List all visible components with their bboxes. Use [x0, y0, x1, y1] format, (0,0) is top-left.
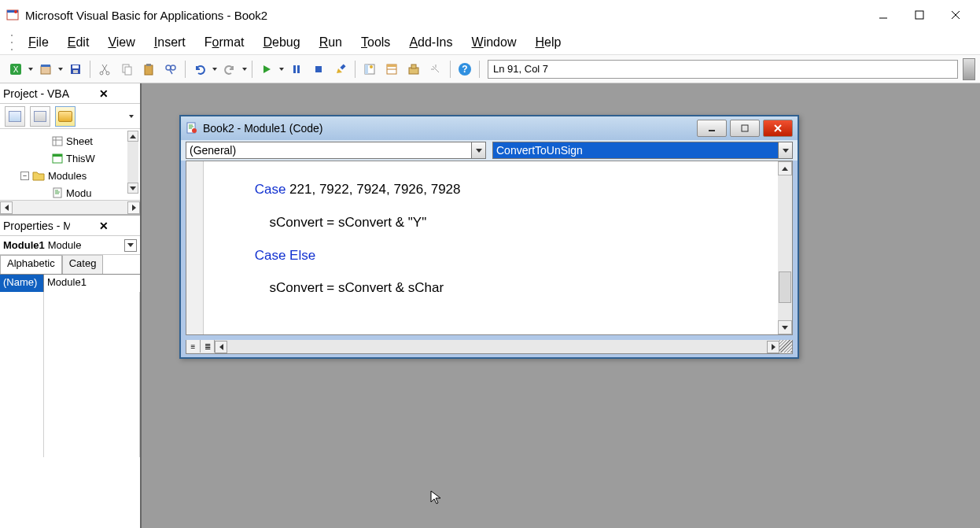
property-row-name[interactable]: (Name) Module1	[0, 275, 140, 292]
menu-run[interactable]: Run	[310, 32, 352, 53]
run-dropdown[interactable]	[278, 58, 286, 80]
design-mode-button[interactable]	[330, 58, 352, 80]
project-tree-vscrollbar[interactable]	[127, 131, 138, 194]
window-close-button[interactable]	[938, 3, 974, 27]
svg-rect-12	[72, 65, 79, 68]
find-button[interactable]	[160, 58, 182, 80]
code-window-close-button[interactable]	[763, 120, 793, 137]
code-hscrollbar[interactable]	[215, 340, 779, 353]
code-scroll-up-button[interactable]	[778, 161, 792, 175]
mdi-client-area: Book2 - Module1 (Code) (General) Convert…	[140, 83, 980, 528]
scroll-up-button[interactable]	[127, 131, 138, 142]
menu-edit[interactable]: Edit	[58, 32, 99, 53]
window-maximize-button[interactable]	[901, 3, 938, 27]
svg-rect-46	[742, 125, 748, 131]
project-panel-title: Project - VBAProject ✕	[0, 83, 140, 104]
properties-grid[interactable]: (Name) Module1	[0, 274, 140, 292]
code-vscroll-thumb[interactable]	[779, 271, 791, 303]
undo-button[interactable]	[189, 58, 211, 80]
menu-help[interactable]: Help	[525, 32, 570, 53]
scroll-down-button[interactable]	[127, 183, 138, 194]
procedure-view-button[interactable]: ≡	[186, 340, 201, 353]
undo-dropdown[interactable]	[211, 58, 219, 80]
toolbar-overflow[interactable]	[963, 58, 975, 80]
svg-rect-26	[340, 64, 345, 69]
menu-format[interactable]: Format	[195, 32, 254, 53]
cut-button[interactable]	[94, 58, 116, 80]
project-tree[interactable]: Sheet ThisW −Modules Modu	[0, 129, 140, 200]
svg-rect-19	[146, 64, 151, 66]
menu-addins[interactable]: Add-Ins	[400, 32, 462, 53]
menu-tools[interactable]: Tools	[352, 32, 400, 53]
insert-module-dropdown[interactable]	[57, 58, 64, 80]
project-tree-hscrollbar[interactable]	[0, 200, 140, 214]
cursor-position-display: Ln 91, Col 7	[488, 60, 958, 79]
tab-alphabetic[interactable]: Alphabetic	[0, 255, 62, 274]
menu-view[interactable]: View	[98, 32, 144, 53]
project-explorer-button[interactable]	[359, 58, 381, 80]
view-excel-dropdown[interactable]	[27, 58, 35, 80]
menu-file[interactable]: File	[19, 32, 58, 53]
scroll-left-button[interactable]	[0, 201, 13, 214]
procedure-combobox-dropdown[interactable]	[778, 142, 792, 158]
redo-dropdown[interactable]	[241, 58, 249, 80]
procedure-combobox-value: ConvertToUnSign	[496, 144, 583, 157]
menubar-grip[interactable]	[11, 35, 14, 50]
code-window[interactable]: Book2 - Module1 (Code) (General) Convert…	[179, 115, 799, 359]
svg-rect-24	[297, 65, 300, 73]
object-combobox-dropdown[interactable]	[471, 142, 485, 158]
paste-button[interactable]	[138, 58, 160, 80]
save-button[interactable]	[64, 58, 87, 80]
property-name-value[interactable]: Module1	[44, 275, 140, 292]
svg-rect-41	[53, 154, 62, 157]
code-scroll-down-button[interactable]	[778, 320, 792, 334]
svg-rect-18	[145, 65, 153, 75]
view-code-button[interactable]	[5, 106, 25, 127]
scroll-right-button[interactable]	[127, 201, 140, 214]
code-window-titlebar[interactable]: Book2 - Module1 (Code)	[181, 116, 798, 140]
tree-item-module1[interactable]: Modu	[2, 184, 138, 200]
svg-rect-42	[53, 188, 61, 198]
code-window-resize-grip[interactable]	[779, 340, 792, 353]
properties-window-button[interactable]	[381, 58, 403, 80]
svg-rect-23	[293, 65, 296, 73]
svg-rect-13	[73, 70, 78, 73]
redo-button[interactable]	[219, 58, 241, 80]
view-excel-button[interactable]: X	[5, 58, 27, 80]
menu-window[interactable]: Window	[462, 32, 526, 53]
code-window-minimize-button[interactable]	[697, 120, 727, 137]
code-scroll-right-button[interactable]	[767, 341, 779, 353]
break-button[interactable]	[286, 58, 308, 80]
menu-insert[interactable]: Insert	[145, 32, 195, 53]
menu-debug[interactable]: Debug	[254, 32, 310, 53]
tree-item-modules-folder[interactable]: −Modules	[2, 167, 138, 184]
code-window-maximize-button[interactable]	[730, 120, 760, 137]
full-module-view-button[interactable]: ≣	[201, 340, 215, 353]
code-scroll-left-button[interactable]	[215, 341, 227, 353]
reset-button[interactable]	[308, 58, 330, 80]
tab-categorized[interactable]: Categ	[62, 255, 104, 274]
svg-rect-17	[125, 67, 131, 75]
tree-item-sheet[interactable]: Sheet	[2, 132, 138, 150]
tree-item-thisworkbook[interactable]: ThisW	[2, 150, 138, 167]
object-combobox-value: (General)	[190, 144, 236, 157]
insert-module-button[interactable]	[35, 58, 57, 80]
code-vscrollbar[interactable]	[778, 161, 792, 334]
help-button[interactable]: ?	[454, 58, 476, 80]
object-browser-button[interactable]	[403, 58, 425, 80]
properties-panel-close-button[interactable]: ✕	[70, 219, 137, 233]
collapse-icon[interactable]: −	[20, 172, 29, 180]
project-panel-close-button[interactable]: ✕	[70, 87, 137, 101]
copy-button[interactable]	[116, 58, 138, 80]
properties-object-selector[interactable]: Module1 Module	[0, 236, 140, 255]
properties-object-dropdown[interactable]	[124, 239, 137, 252]
project-toolbar-overflow[interactable]	[127, 105, 135, 127]
view-object-button[interactable]	[30, 106, 50, 127]
toggle-folders-button[interactable]	[55, 106, 76, 127]
toolbox-button[interactable]	[425, 58, 447, 80]
run-button[interactable]	[256, 58, 278, 80]
code-editor[interactable]: Case 221, 7922, 7924, 7926, 7928 sConver…	[204, 161, 778, 334]
object-combobox[interactable]: (General)	[186, 142, 486, 159]
procedure-combobox[interactable]: ConvertToUnSign	[492, 142, 793, 159]
window-minimize-button[interactable]	[865, 3, 901, 27]
